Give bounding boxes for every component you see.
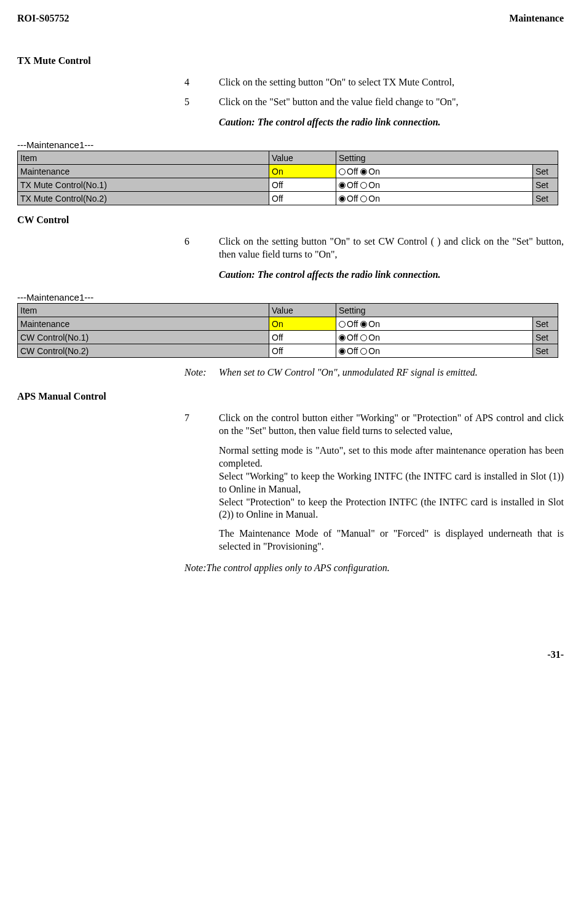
page-header: ROI-S05752 Maintenance [17, 12, 564, 25]
radio-off-label: Off [347, 333, 360, 342]
cell-value: Off [269, 178, 336, 192]
radio-on[interactable] [360, 195, 367, 202]
radio-off-label: Off [347, 167, 360, 176]
radio-off-label: Off [347, 180, 360, 190]
step-7: 7 Click on the control button either "Wo… [184, 412, 564, 438]
radio-off[interactable] [339, 321, 346, 328]
radio-on[interactable] [360, 168, 367, 175]
cell-setting: Off On [336, 192, 533, 205]
note-text: When set to CW Control "On", unmodulated… [219, 366, 564, 379]
set-button[interactable]: Set [533, 165, 558, 178]
col-item: Item [18, 151, 269, 165]
radio-on[interactable] [360, 182, 367, 189]
note-cw: Note: When set to CW Control "On", unmod… [184, 366, 564, 379]
cell-item: CW Control(No.2) [18, 344, 269, 358]
heading-tx-mute: TX Mute Control [17, 55, 564, 68]
caution-cw: Caution: The control affects the radio l… [219, 269, 564, 282]
cell-setting: Off On [336, 344, 533, 358]
doc-id: ROI-S05752 [17, 12, 69, 25]
step-number: 4 [184, 76, 219, 89]
step-number: 5 [184, 96, 219, 109]
table-row: CW Control(No.1)OffOff OnSet [18, 331, 558, 344]
aps-para-2: Select "Working" to keep the Working INT… [219, 470, 564, 496]
heading-aps: APS Manual Control [17, 390, 564, 403]
set-button[interactable]: Set [533, 178, 558, 192]
table-header-row: Item Value Setting [18, 151, 558, 165]
cell-value: Off [269, 192, 336, 205]
col-setting: Setting [336, 151, 558, 165]
col-value: Value [269, 304, 336, 317]
table1-title: ---Maintenance1--- [17, 139, 564, 151]
col-item: Item [18, 304, 269, 317]
maintenance-table-1: Item Value Setting MaintenanceOnOff OnSe… [17, 151, 558, 205]
radio-on-label: On [368, 167, 380, 176]
radio-off[interactable] [339, 195, 346, 202]
aps-para-3: Select "Protection" to keep the Protecti… [219, 496, 564, 522]
step-5: 5 Click on the "Set" button and the valu… [184, 96, 564, 109]
cell-setting: Off On [336, 165, 533, 178]
cell-setting: Off On [336, 317, 533, 331]
radio-on-label: On [368, 346, 380, 356]
heading-cw: CW Control [17, 214, 564, 227]
table-row: MaintenanceOnOff OnSet [18, 165, 558, 178]
radio-off-label: Off [347, 346, 360, 356]
aps-para-1: Normal setting mode is "Auto", set to th… [219, 444, 564, 470]
cell-item: Maintenance [18, 165, 269, 178]
step-text: Click on the setting button "On" to set … [219, 235, 564, 261]
cell-value: On [269, 165, 336, 178]
cell-value: Off [269, 344, 336, 358]
cell-setting: Off On [336, 178, 533, 192]
set-button[interactable]: Set [533, 192, 558, 205]
table-row: MaintenanceOnOff OnSet [18, 317, 558, 331]
maintenance-table-2: Item Value Setting MaintenanceOnOff OnSe… [17, 303, 558, 358]
step-text: Click on the control button either "Work… [219, 412, 564, 438]
note-aps: Note:The control applies only to APS con… [184, 562, 564, 575]
radio-on-label: On [368, 333, 380, 342]
col-setting: Setting [336, 304, 558, 317]
cell-value: Off [269, 331, 336, 344]
cell-value: On [269, 317, 336, 331]
page-number: -31- [17, 649, 564, 661]
cell-item: CW Control(No.1) [18, 331, 269, 344]
set-button[interactable]: Set [533, 317, 558, 331]
table-row: TX Mute Control(No.1)OffOff OnSet [18, 178, 558, 192]
cell-item: TX Mute Control(No.1) [18, 178, 269, 192]
radio-on-label: On [368, 319, 380, 329]
radio-off[interactable] [339, 348, 346, 355]
radio-off[interactable] [339, 168, 346, 175]
aps-para-4: The Maintenance Mode of "Manual" or "For… [219, 527, 564, 553]
table2-title: ---Maintenance1--- [17, 291, 564, 304]
note-label: Note: [184, 366, 219, 379]
cell-item: Maintenance [18, 317, 269, 331]
radio-off-label: Off [347, 194, 360, 203]
radio-off[interactable] [339, 334, 346, 341]
step-4: 4 Click on the setting button "On" to se… [184, 76, 564, 89]
step-text: Click on the "Set" button and the value … [219, 96, 564, 109]
radio-on-label: On [368, 194, 380, 203]
step-text: Click on the setting button "On" to sele… [219, 76, 564, 89]
radio-on[interactable] [360, 321, 367, 328]
caution-tx-mute: Caution: The control affects the radio l… [219, 116, 564, 129]
section-title: Maintenance [509, 12, 564, 25]
table-row: TX Mute Control(No.2)OffOff OnSet [18, 192, 558, 205]
radio-on-label: On [368, 180, 380, 190]
table-row: CW Control(No.2)OffOff OnSet [18, 344, 558, 358]
set-button[interactable]: Set [533, 344, 558, 358]
radio-on[interactable] [360, 348, 367, 355]
step-6: 6 Click on the setting button "On" to se… [184, 235, 564, 261]
radio-on[interactable] [360, 334, 367, 341]
step-number: 7 [184, 412, 219, 438]
set-button[interactable]: Set [533, 331, 558, 344]
col-value: Value [269, 151, 336, 165]
radio-off-label: Off [347, 319, 360, 329]
table-header-row: Item Value Setting [18, 304, 558, 317]
radio-off[interactable] [339, 182, 346, 189]
cell-setting: Off On [336, 331, 533, 344]
cell-item: TX Mute Control(No.2) [18, 192, 269, 205]
step-number: 6 [184, 235, 219, 261]
